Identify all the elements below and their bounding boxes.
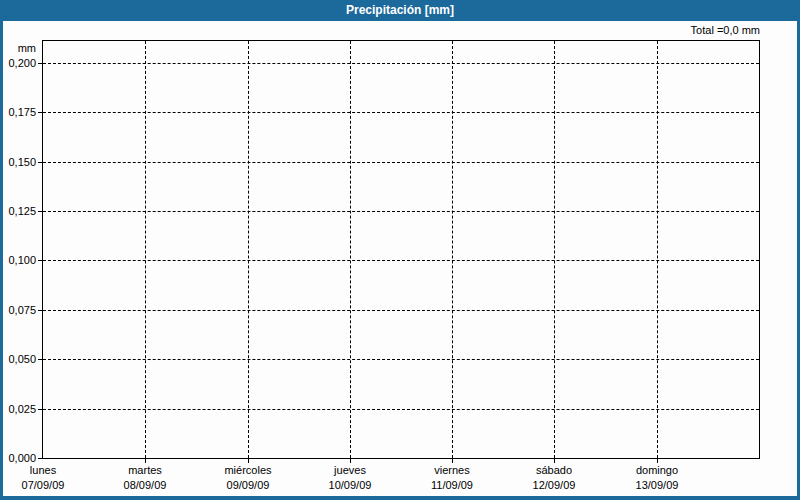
x-category-label: martes08/09/09 <box>85 463 205 493</box>
day-date-label: 08/09/09 <box>85 478 205 493</box>
gridline-horizontal <box>43 359 759 360</box>
gridline-horizontal <box>43 63 759 64</box>
y-tick-mark <box>38 63 42 64</box>
y-tick-mark <box>38 211 42 212</box>
day-date-label: 12/09/09 <box>494 478 614 493</box>
y-tick-mark <box>38 112 42 113</box>
y-tick-label: 0,175 <box>0 105 36 119</box>
day-name-label: domingo <box>597 463 717 478</box>
day-name-label: martes <box>85 463 205 478</box>
day-date-label: 13/09/09 <box>597 478 717 493</box>
y-tick-label: 0,125 <box>0 204 36 218</box>
y-tick-mark <box>38 359 42 360</box>
chart-title: Precipitación [mm] <box>346 3 454 17</box>
gridline-vertical <box>657 41 658 458</box>
y-tick-label: 0,200 <box>0 56 36 70</box>
gridline-vertical <box>145 41 146 458</box>
y-tick-label: 0,050 <box>0 352 36 366</box>
y-tick-mark <box>38 409 42 410</box>
plot-area <box>42 40 760 459</box>
x-category-label: domingo13/09/09 <box>597 463 717 493</box>
gridline-horizontal <box>43 211 759 212</box>
y-tick-mark <box>38 458 42 459</box>
y-tick-mark <box>38 162 42 163</box>
frame-border-bottom <box>0 496 800 500</box>
y-tick-label: 0,025 <box>0 402 36 416</box>
total-precipitation-label: Total =0,0 mm <box>500 23 760 37</box>
gridline-vertical <box>452 41 453 458</box>
gridline-vertical <box>350 41 351 458</box>
y-tick-mark <box>38 310 42 311</box>
y-tick-mark <box>38 260 42 261</box>
y-tick-label: 0,100 <box>0 253 36 267</box>
y-tick-label: 0,075 <box>0 303 36 317</box>
gridline-horizontal <box>43 162 759 163</box>
y-tick-label: 0,150 <box>0 155 36 169</box>
chart-title-bar: Precipitación [mm] <box>0 0 800 21</box>
gridline-vertical <box>248 41 249 458</box>
gridline-horizontal <box>43 409 759 410</box>
gridline-horizontal <box>43 260 759 261</box>
gridline-vertical <box>554 41 555 458</box>
chart-window: Precipitación [mm] Total =0,0 mm mm 0,20… <box>0 0 800 500</box>
gridline-horizontal <box>43 112 759 113</box>
day-name-label: sábado <box>494 463 614 478</box>
y-axis-unit-label: mm <box>0 41 36 55</box>
gridline-horizontal <box>43 310 759 311</box>
x-category-label: sábado12/09/09 <box>494 463 614 493</box>
